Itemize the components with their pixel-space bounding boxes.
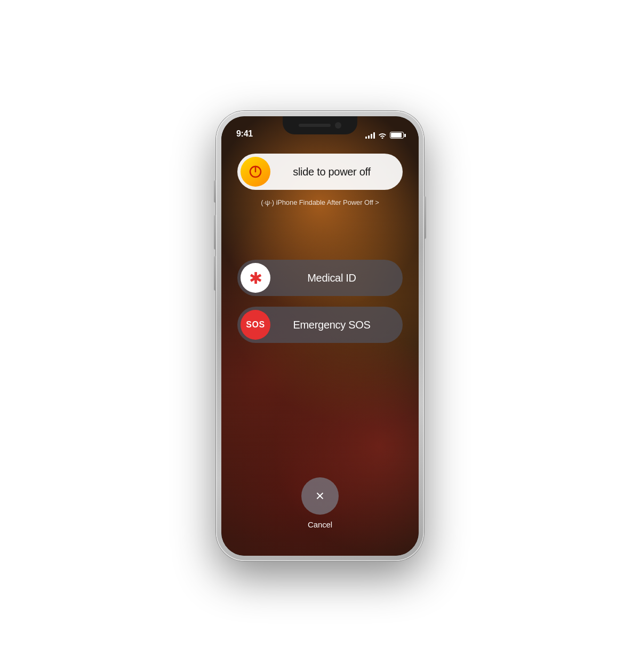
speaker xyxy=(299,124,331,127)
volume-up-button[interactable] xyxy=(214,215,216,250)
sos-badge: SOS xyxy=(246,320,265,330)
signal-bar-4 xyxy=(373,132,375,139)
cancel-label: Cancel xyxy=(308,520,332,529)
signal-bar-1 xyxy=(365,137,367,139)
power-icon-circle xyxy=(241,157,270,187)
power-slider-label: slide to power off xyxy=(270,166,399,178)
battery-icon xyxy=(390,132,404,139)
cancel-x-icon: × xyxy=(316,489,324,503)
medical-id-label: Medical ID xyxy=(270,272,399,284)
signal-bar-2 xyxy=(368,135,370,139)
signal-bar-3 xyxy=(371,134,372,139)
status-icons xyxy=(365,132,404,139)
findable-after-power-off[interactable]: (·ψ·) iPhone Findable After Power Off > xyxy=(261,198,379,206)
power-off-slider[interactable]: slide to power off xyxy=(237,154,403,190)
power-icon xyxy=(248,164,263,179)
sos-icon-circle: SOS xyxy=(241,310,270,340)
cancel-area: × Cancel xyxy=(301,477,339,534)
emergency-sos-label: Emergency SOS xyxy=(270,319,399,331)
signal-bars xyxy=(365,132,375,139)
silent-switch[interactable] xyxy=(214,180,216,203)
phone-frame: 9:41 xyxy=(216,111,424,561)
medical-id-slider[interactable]: ✱ Medical ID xyxy=(237,260,403,296)
screen-content: slide to power off (·ψ·) iPhone Findable… xyxy=(221,143,419,556)
battery-fill xyxy=(391,133,402,138)
medical-icon-circle: ✱ xyxy=(241,263,270,293)
power-button[interactable] xyxy=(424,196,426,239)
screen-bezel: 9:41 xyxy=(221,116,419,556)
phone-screen: 9:41 xyxy=(221,116,419,556)
cancel-button[interactable]: × xyxy=(301,477,339,515)
notch xyxy=(283,116,357,134)
front-camera xyxy=(335,122,341,129)
status-time: 9:41 xyxy=(236,129,253,139)
medical-star-icon: ✱ xyxy=(249,269,262,287)
wifi-icon xyxy=(378,132,387,139)
emergency-sos-slider[interactable]: SOS Emergency SOS xyxy=(237,307,403,343)
volume-down-button[interactable] xyxy=(214,256,216,291)
